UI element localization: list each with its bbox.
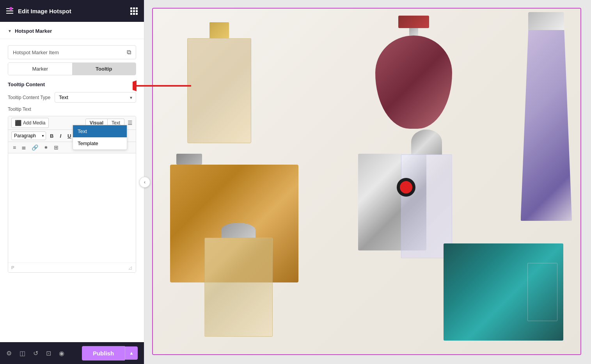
tooltip-section-title: Tooltip Content [8, 82, 136, 87]
item-row-label: Hotspot Marker Item [13, 50, 59, 55]
grid-icon[interactable] [130, 7, 138, 15]
format-select-wrapper: Paragraph Heading 1 Heading 2 [11, 131, 46, 140]
responsive-icon-button[interactable]: ⊡ [46, 350, 51, 357]
dropdown-overlay: Text Template [73, 125, 127, 150]
hotspot-inner-dot [400, 181, 412, 194]
content-type-select-wrapper: Text Template [55, 92, 136, 103]
hotspot-dot[interactable] [397, 178, 415, 197]
bottle-bottomright [444, 243, 563, 340]
section-header: ▼ Hotspot Marker [0, 22, 144, 39]
dropdown-option-text[interactable]: Text [73, 125, 127, 137]
collapse-panel-button[interactable]: ‹ [139, 177, 150, 188]
dot-indicator [9, 7, 12, 10]
left-panel: Edit Image Hotspot ▼ Hotspot Marker Hots… [0, 0, 144, 364]
hotspot-outer-ring [397, 178, 415, 197]
bottle-topleft [187, 22, 251, 154]
editor-content[interactable] [8, 153, 136, 263]
bold-button[interactable]: B [48, 132, 56, 140]
content-type-select[interactable]: Text Template [55, 92, 136, 103]
tab-marker[interactable]: Marker [8, 63, 72, 75]
content-type-label: Tooltip Content Type [8, 95, 55, 100]
bottom-icons: ⚙ ◫ ↺ ⊡ ◉ [6, 350, 64, 357]
editor-path-label: P [11, 265, 14, 270]
panel-header: Edit Image Hotspot [0, 0, 144, 22]
add-media-label: Add Media [23, 120, 45, 126]
tab-row: Marker Tooltip [8, 62, 136, 75]
item-row: Hotspot Marker Item ⧉ [8, 45, 136, 59]
perfume-canvas [153, 9, 580, 354]
bottle-topright [521, 12, 572, 237]
copy-button[interactable]: ⧉ [127, 49, 131, 56]
content-type-row: Tooltip Content Type Text Template [8, 92, 136, 103]
image-frame [152, 8, 581, 355]
panel-title: Edit Image Hotspot [18, 8, 71, 14]
add-media-button[interactable]: ⬛ Add Media [11, 118, 49, 128]
bottle-bottomleft [204, 223, 273, 344]
section-title: Hotspot Marker [15, 28, 52, 34]
unordered-list-button[interactable]: ≡ [11, 144, 18, 151]
media-icon: ⬛ [15, 120, 21, 126]
history-icon-button[interactable]: ↺ [33, 350, 38, 357]
link-button[interactable]: 🔗 [30, 144, 40, 151]
publish-group: Publish ▲ [82, 346, 138, 360]
italic-button[interactable]: I [57, 132, 64, 140]
editor-footer: P ⊿ [8, 263, 136, 272]
tooltip-section: Tooltip Content Tooltip Content Type Tex… [0, 75, 144, 279]
table-button[interactable]: ⊞ [52, 144, 60, 151]
resize-handle[interactable]: ⊿ [128, 265, 133, 271]
section-collapse-icon[interactable]: ▼ [8, 29, 12, 33]
preview-icon-button[interactable]: ◉ [59, 350, 64, 357]
split-button[interactable]: ⁕ [42, 144, 50, 151]
dropdown-option-template[interactable]: Template [73, 137, 127, 149]
panel-body: ▼ Hotspot Marker Hotspot Marker Item ⧉ M… [0, 22, 144, 342]
layers-icon-button[interactable]: ◫ [20, 350, 25, 357]
bottle-topmiddle [375, 16, 452, 140]
publish-button[interactable]: Publish [82, 346, 125, 360]
format-select[interactable]: Paragraph Heading 1 Heading 2 [11, 131, 46, 140]
gear-icon-button[interactable]: ⚙ [6, 350, 12, 357]
publish-chevron-button[interactable]: ▲ [125, 346, 138, 360]
tooltip-text-label: Tooltip Text [8, 107, 55, 112]
ordered-list-button[interactable]: ≣ [20, 144, 28, 151]
kitchen-sink-button[interactable]: ☰ [128, 120, 133, 126]
tab-tooltip[interactable]: Tooltip [72, 63, 136, 75]
right-canvas [144, 0, 591, 364]
header-left: Edit Image Hotspot [6, 8, 71, 14]
bottom-bar: ⚙ ◫ ↺ ⊡ ◉ Publish ▲ [0, 342, 144, 364]
tooltip-text-row: Tooltip Text [8, 107, 136, 112]
